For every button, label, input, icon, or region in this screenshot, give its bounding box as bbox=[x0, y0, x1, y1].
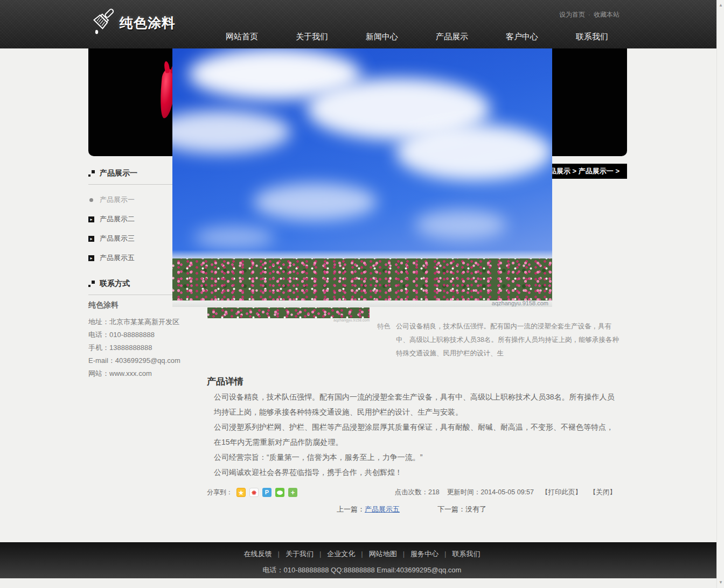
divider bbox=[88, 184, 172, 185]
feature-label: 特色 bbox=[377, 320, 391, 360]
footer-link-service[interactable]: 服务中心 bbox=[410, 550, 438, 558]
update-time: 更新时间：2014-05-05 09:57 bbox=[447, 488, 534, 497]
section-title-icon bbox=[88, 281, 95, 287]
close-page-link[interactable]: 【关闭】 bbox=[589, 488, 616, 497]
nav-item-home[interactable]: 网站首页 bbox=[207, 25, 277, 48]
chat-bubble-icon bbox=[277, 491, 283, 495]
details-paragraph: 公司竭诚欢迎社会各界莅临指导，携手合作，共创辉煌！ bbox=[214, 465, 616, 480]
topbar-separator: · bbox=[588, 11, 590, 18]
photo-watermark: aqzhangyu.9158.com bbox=[492, 300, 548, 306]
details-paragraph: 公司经营宗旨：“质量第一，信誉为本，服务至上，力争一流。” bbox=[214, 450, 616, 465]
share-bar: 分享到： ★ ❋ P + bbox=[207, 488, 297, 497]
flower-field bbox=[172, 258, 552, 300]
contact-mobile: 手机：13888888888 bbox=[88, 341, 172, 354]
prev-next-row: 上一篇：产品展示五 下一篇：没有了 bbox=[207, 505, 616, 514]
logo-text: 纯色涂料 bbox=[120, 14, 176, 32]
nav-item-customers[interactable]: 客户中心 bbox=[487, 25, 557, 48]
details-paragraph: 公司浸塑系列护栏网、护栏、围栏等产品浸塑涂层厚其质量有保证，具有耐酸、耐碱、耐高… bbox=[214, 419, 616, 450]
cloud bbox=[253, 183, 377, 221]
cloud bbox=[396, 124, 552, 180]
vertical-scrollbar[interactable]: ▲ ▼ bbox=[716, 0, 724, 588]
footer-link-sitemap[interactable]: 网站地图 bbox=[369, 550, 397, 558]
footer-separator: | bbox=[361, 550, 363, 558]
set-home-link[interactable]: 设为首页 bbox=[559, 11, 585, 18]
main-nav: 网站首页 关于我们 新闻中心 产品展示 客户中心 联系我们 bbox=[207, 25, 627, 48]
contact-phone: 电话：010-88888888 bbox=[88, 328, 172, 341]
contact-website: 网站：www.xxx.com bbox=[88, 367, 172, 380]
sidebar-item-product-2[interactable]: ▸ 产品展示二 bbox=[88, 209, 172, 229]
tencent-weibo-icon[interactable]: P bbox=[262, 488, 272, 497]
sina-weibo-icon[interactable]: ❋ bbox=[249, 488, 259, 497]
divider bbox=[88, 295, 172, 295]
nav-item-products[interactable]: 产品展示 bbox=[417, 25, 487, 48]
cloud bbox=[194, 226, 275, 249]
arrow-square-icon: ▸ bbox=[88, 236, 94, 242]
prev-article: 上一篇：产品展示五 bbox=[337, 505, 400, 514]
flower-field-thumbnail[interactable] bbox=[207, 307, 370, 318]
share-label: 分享到： bbox=[207, 488, 233, 497]
arrow-square-icon: ▸ bbox=[88, 216, 94, 222]
prev-article-link[interactable]: 产品展示五 bbox=[365, 505, 400, 513]
contact-email: E-mail：403699295@qq.com bbox=[88, 354, 172, 367]
sidebar-item-product-3[interactable]: ▸ 产品展示三 bbox=[88, 229, 172, 248]
sidebar-item-product-1[interactable]: 产品展示一 bbox=[88, 190, 172, 209]
qzone-icon[interactable]: ★ bbox=[236, 488, 246, 497]
sidebar: 产品展示一 产品展示一 ▸ 产品展示二 ▸ 产品展示三 ▸ 产品展示五 联系方式 bbox=[88, 167, 172, 380]
sidebar-product-list: 产品展示一 ▸ 产品展示二 ▸ 产品展示三 ▸ 产品展示五 bbox=[88, 190, 172, 268]
sidebar-contact-title: 联系方式 bbox=[88, 277, 172, 295]
site-footer: 在线反馈|关于我们|企业文化|网站地图|服务中心|联系我们 电话：010-888… bbox=[0, 542, 724, 578]
product-details-title: 产品详情 bbox=[207, 375, 243, 388]
contact-address: 地址：北京市某某高新开发区 bbox=[88, 316, 172, 328]
cloud bbox=[172, 110, 291, 153]
feature-text: 公司设备精良，技术队伍强悍。配有国内一流的浸塑全套生产设备，具有中、高级以上职称… bbox=[396, 320, 621, 360]
section-title-icon bbox=[88, 170, 95, 177]
footer-links: 在线反馈|关于我们|企业文化|网站地图|服务中心|联系我们 bbox=[0, 542, 724, 559]
footer-separator: | bbox=[278, 550, 280, 558]
cloud bbox=[415, 210, 506, 240]
page: 纯色涂料 设为首页·收藏本站 网站首页 关于我们 新闻中心 产品展示 客户中心 … bbox=[0, 0, 724, 588]
nav-item-news[interactable]: 新闻中心 bbox=[347, 25, 417, 48]
site-header: 纯色涂料 设为首页·收藏本站 网站首页 关于我们 新闻中心 产品展示 客户中心 … bbox=[0, 0, 724, 48]
thumbnail-watermark: aqzhangyu.9158.com bbox=[207, 318, 370, 322]
share-meta-row: 分享到： ★ ❋ P + 点击次数：218 更新时间：2014-05-05 09… bbox=[207, 488, 616, 497]
footer-contact-info: 电话：010-88888888 QQ:88888888 Email:403699… bbox=[0, 565, 724, 575]
footer-separator: | bbox=[403, 550, 405, 558]
product-feature: 特色 公司设备精良，技术队伍强悍。配有国内一流的浸塑全套生产设备，具有中、高级以… bbox=[377, 320, 625, 360]
scroll-up-arrow-icon[interactable]: ▲ bbox=[717, 2, 724, 9]
favorite-link[interactable]: 收藏本站 bbox=[594, 11, 619, 18]
sidebar-product-title: 产品展示一 bbox=[88, 167, 172, 184]
header-inner: 纯色涂料 设为首页·收藏本站 网站首页 关于我们 新闻中心 产品展示 客户中心 … bbox=[88, 0, 627, 48]
wechat-icon[interactable] bbox=[275, 488, 284, 497]
topbar: 设为首页·收藏本站 bbox=[559, 10, 619, 19]
details-paragraph: 公司设备精良，技术队伍强悍。配有国内一流的浸塑全套生产设备，具有中、高级以上职称… bbox=[214, 389, 616, 419]
more-share-icon[interactable]: + bbox=[288, 488, 297, 497]
footer-separator: | bbox=[444, 550, 446, 558]
footer-link-culture[interactable]: 企业文化 bbox=[327, 550, 355, 558]
nav-item-about[interactable]: 关于我们 bbox=[277, 25, 347, 48]
arrow-square-icon: ▸ bbox=[88, 255, 94, 261]
sidebar-item-product-5[interactable]: ▸ 产品展示五 bbox=[88, 248, 172, 268]
nav-item-contact[interactable]: 联系我们 bbox=[557, 25, 627, 48]
company-name: 纯色涂料 bbox=[88, 300, 172, 310]
next-article: 下一篇：没有了 bbox=[437, 505, 486, 514]
article-meta: 点击次数：218 更新时间：2014-05-05 09:57 【打印此页】 【关… bbox=[394, 488, 616, 497]
enlarged-product-photo[interactable]: aqzhangyu.9158.com bbox=[172, 48, 552, 307]
print-page-link[interactable]: 【打印此页】 bbox=[541, 488, 582, 497]
paint-brush-icon bbox=[89, 6, 116, 39]
hits-count: 点击次数：218 bbox=[394, 488, 439, 497]
footer-separator: | bbox=[319, 550, 321, 558]
product-details-body: 公司设备精良，技术队伍强悍。配有国内一流的浸塑全套生产设备，具有中、高级以上职称… bbox=[207, 389, 616, 480]
bottom-strip bbox=[0, 578, 724, 588]
footer-link-contact[interactable]: 联系我们 bbox=[452, 550, 480, 558]
site-logo[interactable]: 纯色涂料 bbox=[89, 6, 176, 39]
contact-info: 纯色涂料 地址：北京市某某高新开发区 电话：010-88888888 手机：13… bbox=[88, 300, 172, 380]
footer-link-about[interactable]: 关于我们 bbox=[286, 550, 314, 558]
bullet-dot-icon bbox=[89, 198, 93, 202]
footer-link-feedback[interactable]: 在线反馈 bbox=[244, 550, 272, 558]
scroll-down-arrow-icon[interactable]: ▼ bbox=[717, 579, 724, 586]
product-image-thumbnail[interactable]: aqzhangyu.9158.com bbox=[207, 307, 370, 322]
